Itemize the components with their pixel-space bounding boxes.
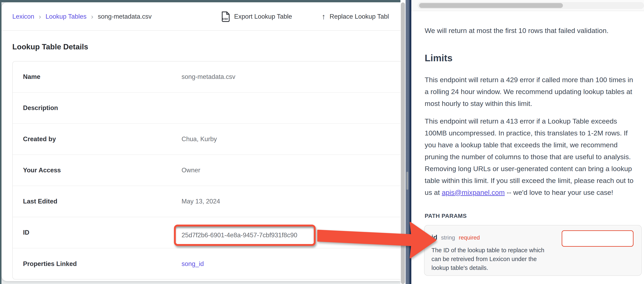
horizontal-scrollbar-thumb[interactable] xyxy=(419,3,563,8)
breadcrumb: Lexicon › Lookup Tables › song-metadata.… xyxy=(12,2,152,31)
table-row: Last EditedMay 13, 2024 xyxy=(13,186,400,217)
row-label: Your Access xyxy=(23,167,61,174)
replace-lookup-table-button[interactable]: ↑ Replace Lookup Tabl xyxy=(322,2,389,31)
replace-button-label: Replace Lookup Tabl xyxy=(330,13,389,20)
id-value-annotation-box: 25d7f2b6-6901-4e8a-9457-7cbf931f8c90 xyxy=(174,225,316,246)
id-param-card: id string required The ID of the lookup … xyxy=(424,225,642,276)
window-edge-left xyxy=(0,0,2,284)
linked-property-link[interactable]: song_id xyxy=(182,260,204,268)
limits-paragraph-413: This endpoint will return a 413 error if… xyxy=(425,115,634,198)
param-description: The ID of the lookup table to replace wh… xyxy=(432,246,550,272)
left-window-scrollbar[interactable] xyxy=(401,2,405,284)
row-value: Chua, Kurby xyxy=(182,136,217,143)
row-label: Properties Linked xyxy=(23,260,77,268)
row-label: Description xyxy=(23,104,58,112)
id-param-header: id string required xyxy=(432,234,480,241)
id-param-input[interactable] xyxy=(562,230,634,247)
page-header: Lexicon › Lookup Tables › song-metadata.… xyxy=(2,2,400,31)
row-value: song-metadata.csv xyxy=(182,73,235,81)
limits-heading: Limits xyxy=(425,52,452,64)
apis-mixpanel-email-link[interactable]: apis@mixpanel.com xyxy=(442,188,505,196)
docs-intro-text: We will return at most the first 10 rows… xyxy=(425,27,636,35)
path-params-label: PATH PARAMS xyxy=(425,213,467,219)
export-lookup-table-button[interactable]: csv Export Lookup Table xyxy=(221,2,292,31)
table-row: Description xyxy=(13,93,400,124)
breadcrumb-separator-icon: › xyxy=(39,13,41,20)
row-label: Last Edited xyxy=(23,198,57,205)
details-table: Namesong-metadata.csvDescriptionCreated … xyxy=(12,61,400,280)
row-label: Created by xyxy=(23,136,56,143)
svg-text:csv: csv xyxy=(222,17,228,20)
window-divider-edge xyxy=(410,0,411,284)
window-edge-top xyxy=(0,0,400,2)
horizontal-scrollbar-track[interactable] xyxy=(418,2,644,9)
table-row: Your AccessOwner xyxy=(13,155,400,186)
table-row: Created byChua, Kurby xyxy=(13,124,400,155)
csv-file-icon: csv xyxy=(221,11,230,22)
breadcrumb-lexicon[interactable]: Lexicon xyxy=(12,13,34,20)
limits-paragraph-429: This endpoint will return a 429 error if… xyxy=(425,74,634,109)
param-required-badge: required xyxy=(459,234,480,241)
paragraph-413-text: This endpoint will return a 413 error if… xyxy=(425,117,634,196)
row-label: ID xyxy=(23,229,29,236)
docs-scroll-header xyxy=(411,0,644,11)
param-name: id xyxy=(432,234,437,241)
paragraph-413-text-after: -- we'd love to hear your use case! xyxy=(505,188,613,196)
breadcrumb-lookup-tables[interactable]: Lookup Tables xyxy=(46,13,86,20)
lookup-table-details-window: Lexicon › Lookup Tables › song-metadata.… xyxy=(0,0,400,284)
row-value: Owner xyxy=(182,167,200,174)
export-button-label: Export Lookup Table xyxy=(234,13,292,20)
table-row: Properties Linkedsong_id xyxy=(13,248,400,280)
row-label: Name xyxy=(23,73,40,81)
arrow-up-icon: ↑ xyxy=(322,13,326,20)
breadcrumb-separator-icon: › xyxy=(91,13,93,20)
api-docs-panel: We will return at most the first 10 rows… xyxy=(411,0,644,284)
breadcrumb-current-file: song-metadata.csv xyxy=(98,13,152,20)
table-row: Namesong-metadata.csv xyxy=(13,61,400,93)
lexicon-page: Lexicon › Lookup Tables › song-metadata.… xyxy=(2,2,400,281)
param-type: string xyxy=(441,234,455,241)
row-value: May 13, 2024 xyxy=(182,198,220,205)
id-value: 25d7f2b6-6901-4e8a-9457-7cbf931f8c90 xyxy=(182,232,297,239)
table-row: ID25d7f2b6-6901-4e8a-9457-7cbf931f8c90 xyxy=(13,217,400,248)
page-title: Lookup Table Details xyxy=(12,43,88,51)
divider-scrollbar-thumb[interactable] xyxy=(406,172,408,190)
